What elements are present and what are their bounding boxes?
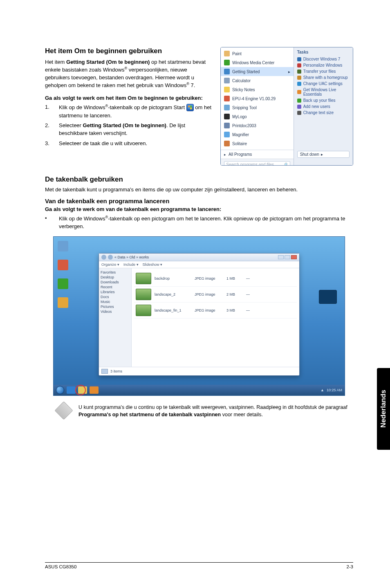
startmenu-item[interactable]: Magnifier xyxy=(221,130,294,139)
app-icon xyxy=(224,51,230,56)
start-orb-icon[interactable] xyxy=(56,386,64,394)
file-size: 3 MB xyxy=(226,308,243,312)
task-icon xyxy=(297,90,301,94)
gadget-icon[interactable] xyxy=(318,290,338,305)
toolbar-item[interactable]: Include ▾ xyxy=(123,263,139,267)
step2-bold: Getting Started (Om te beginnen) xyxy=(83,122,166,128)
task-item[interactable]: Add new users xyxy=(297,103,350,110)
app-icon xyxy=(224,60,230,65)
chevron-right-icon: ▸ xyxy=(321,152,323,157)
task-item[interactable]: Personalize Windows xyxy=(297,62,350,68)
chevron-right-icon: ▸ xyxy=(288,70,290,74)
taskbar-item[interactable] xyxy=(90,386,99,394)
startmenu-item[interactable]: Paint xyxy=(221,49,294,58)
task-label: Change text size xyxy=(303,110,334,115)
nav-back-icon[interactable] xyxy=(101,255,106,260)
startmenu-item[interactable]: Windows Media Center xyxy=(221,58,294,67)
footer-thumb-icon xyxy=(101,369,108,374)
toolbar-item[interactable]: Slideshow ▾ xyxy=(143,263,163,267)
note-after: voor meer details. xyxy=(221,412,263,417)
task-item[interactable]: Share with a homegroup xyxy=(297,74,350,81)
task-item[interactable]: Change UAC settings xyxy=(297,81,350,87)
toolbar-item[interactable]: Organize ▾ xyxy=(101,263,119,267)
startmenu-item[interactable]: Printdoc2003 xyxy=(221,121,294,130)
desktop-icon[interactable] xyxy=(58,278,68,289)
task-icon xyxy=(297,63,301,67)
file-row[interactable]: landscape_2JPEG image2 MB— xyxy=(134,287,297,303)
sidebar-item[interactable]: Desktop xyxy=(101,275,130,280)
taskbar-item[interactable] xyxy=(67,386,76,394)
taskbar: ▲ 10:25 AM xyxy=(54,385,345,395)
startmenu-item-label: Paint xyxy=(232,52,242,56)
app-icon xyxy=(224,96,230,101)
tray-clock: 10:25 AM xyxy=(327,388,342,392)
file-tags: — xyxy=(246,308,250,312)
desktop-screenshot: « Data » Old » works Organize ▾Include ▾… xyxy=(53,236,345,396)
startmenu-screenshot: PaintWindows Media CenterGetting Started… xyxy=(220,47,353,166)
task-label: Share with a homegroup xyxy=(303,75,348,80)
sidebar-item[interactable]: Docs xyxy=(101,294,130,299)
sidebar-item[interactable]: Pictures xyxy=(101,304,130,309)
note-before: U kunt programma's die u continu op te t… xyxy=(78,404,347,410)
startmenu-item[interactable]: Snipping Tool xyxy=(221,103,294,112)
maximize-icon[interactable] xyxy=(285,255,290,259)
startmenu-item[interactable]: Calculator xyxy=(221,76,294,85)
shutdown-button[interactable]: Shut down ▸ xyxy=(297,151,350,158)
system-tray[interactable]: ▲ 10:25 AM xyxy=(321,388,342,392)
sidebar-item[interactable]: Videos xyxy=(101,309,130,314)
app-icon xyxy=(224,123,230,128)
startmenu-item[interactable]: Getting Started▸ xyxy=(221,67,294,76)
footer-left: ASUS CG8350 xyxy=(45,564,76,569)
startmenu-item-label: Snipping Tool xyxy=(232,105,257,110)
sidebar-item[interactable]: Favorites xyxy=(101,270,130,275)
file-tags: — xyxy=(246,276,250,281)
sidebar-item[interactable]: Libraries xyxy=(101,290,130,294)
startmenu-item[interactable]: EPU-4 Engine V1.00.29 xyxy=(221,94,294,103)
startmenu-item[interactable]: Sticky Notes xyxy=(221,85,294,94)
tray-icon[interactable]: ▲ xyxy=(321,388,324,392)
task-item[interactable]: Transfer your files xyxy=(297,68,350,74)
file-name: backdrop xyxy=(155,276,191,281)
sidebar-item[interactable]: Recent xyxy=(101,285,130,290)
breadcrumb[interactable]: « Data » Old » works xyxy=(114,255,149,259)
subheading-launch: Ga als volgt te werk om van de takenbalk… xyxy=(45,206,353,212)
heading-taskbar: De takenbalk gebruiken xyxy=(45,175,353,184)
close-icon[interactable] xyxy=(291,255,297,259)
search-icon xyxy=(284,162,288,166)
heading-getting-started: Het item Om te beginnen gebruiken xyxy=(45,47,213,55)
search-input[interactable]: Search programs and files xyxy=(224,161,290,166)
sidebar-item[interactable]: Downloads xyxy=(101,280,130,285)
minimize-icon[interactable] xyxy=(278,255,284,259)
file-row[interactable]: backdropJPEG image1 MB— xyxy=(134,271,297,287)
task-item[interactable]: Back up your files xyxy=(297,97,350,103)
startmenu-item[interactable]: Solitaire xyxy=(221,139,294,148)
file-name: landscape_fin_1 xyxy=(155,308,191,312)
task-item[interactable]: Discover Windows 7 xyxy=(297,56,350,62)
startmenu-item-label: EPU-4 Engine V1.00.29 xyxy=(232,97,276,101)
subheading-steps: Ga als volgt te werk om het item Om te b… xyxy=(45,95,213,101)
file-row[interactable]: landscape_fin_1JPEG image3 MB— xyxy=(134,303,297,319)
startmenu-item-label: Magnifier xyxy=(232,132,249,137)
startmenu-item-label: Getting Started xyxy=(232,70,260,74)
task-icon xyxy=(297,105,301,109)
step1-mid: -takenbalk op de pictogram Start xyxy=(108,105,186,111)
language-tab: Nederlands xyxy=(377,368,390,450)
intro-text: Het item xyxy=(45,59,66,65)
task-label: Change UAC settings xyxy=(303,81,343,86)
desktop-icon[interactable] xyxy=(58,260,68,270)
sidebar-item[interactable]: Music xyxy=(101,299,130,304)
nav-fwd-icon[interactable] xyxy=(108,255,113,260)
reg-mark2: ® xyxy=(186,82,189,86)
task-icon xyxy=(297,70,301,74)
desktop-icon[interactable] xyxy=(58,297,68,308)
desktop-icon[interactable] xyxy=(58,241,68,251)
file-size: 1 MB xyxy=(226,276,243,281)
startmenu-item[interactable]: MyLogo xyxy=(221,112,294,121)
task-item[interactable]: Get Windows Live Essentials xyxy=(297,87,350,97)
file-name: landscape_2 xyxy=(155,292,191,296)
all-programs[interactable]: All Programs xyxy=(221,150,294,159)
chevron-right-icon xyxy=(224,152,226,157)
task-item[interactable]: Change text size xyxy=(297,110,350,116)
intro-text4: 7. xyxy=(189,82,195,88)
task-label: Transfer your files xyxy=(303,69,336,74)
